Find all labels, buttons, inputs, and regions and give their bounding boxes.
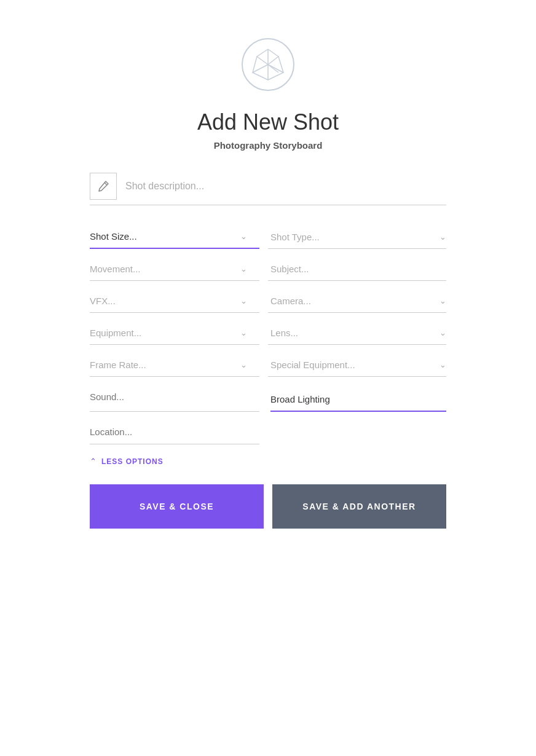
save-close-button[interactable]: SAVE & CLOSE [90,484,264,529]
lighting-input[interactable] [270,385,446,412]
chevron-down-icon: ⌄ [439,360,446,369]
lens-dropdown[interactable]: Lens... ⌄ [268,319,446,345]
less-options-label: LESS OPTIONS [101,457,164,466]
camera-dropdown[interactable]: Camera... ⌄ [268,287,446,313]
movement-label: Movement... [90,264,141,274]
lens-label: Lens... [270,328,298,338]
subject-label: Subject... [270,264,309,274]
pen-icon [97,180,109,192]
special-equipment-label: Special Equipment... [270,360,355,370]
chevron-down-icon: ⌄ [240,328,247,337]
shot-description-input[interactable] [125,181,446,192]
frame-rate-label: Frame Rate... [90,360,146,370]
less-options-row[interactable]: ⌃ LESS OPTIONS [90,444,446,472]
page-title: Add New Shot [197,109,339,135]
camera-icon [240,37,296,95]
location-input[interactable] [90,427,247,437]
chevron-down-icon: ⌄ [439,328,446,337]
movement-dropdown[interactable]: Movement... ⌄ [90,255,259,281]
form-grid: Shot Size... ⌄ Shot Type... ⌄ Movement..… [90,222,446,529]
chevron-down-icon: ⌄ [240,360,247,369]
subject-dropdown[interactable]: Subject... [268,255,446,281]
shot-type-dropdown[interactable]: Shot Type... ⌄ [268,222,446,249]
chevron-down-icon: ⌄ [240,264,247,274]
shot-type-label: Shot Type... [270,232,320,242]
buttons-row: SAVE & CLOSE SAVE & ADD ANOTHER [90,484,446,529]
save-add-button[interactable]: SAVE & ADD ANOTHER [272,484,446,529]
pen-icon-box [90,173,117,200]
page-subtitle: Photography Storyboard [214,140,323,151]
chevron-down-icon: ⌄ [439,296,446,305]
equipment-dropdown[interactable]: Equipment... ⌄ [90,319,259,345]
vfx-label: VFX... [90,296,116,306]
location-field[interactable] [90,418,259,444]
sound-input[interactable] [90,392,247,402]
vfx-dropdown[interactable]: VFX... ⌄ [90,287,259,313]
chevron-down-icon: ⌄ [240,296,247,305]
shot-size-dropdown[interactable]: Shot Size... ⌄ [90,222,259,249]
special-equipment-dropdown[interactable]: Special Equipment... ⌄ [268,351,446,377]
camera-label: Camera... [270,296,311,306]
shot-description-row [90,173,446,205]
chevron-down-icon: ⌄ [240,232,247,241]
frame-rate-dropdown[interactable]: Frame Rate... ⌄ [90,351,259,377]
chevron-down-icon: ⌄ [439,232,446,242]
empty-cell [268,418,446,444]
chevron-up-icon: ⌃ [90,457,97,466]
page-container: Add New Shot Photography Storyboard Shot… [0,0,536,756]
sound-field[interactable] [90,383,259,412]
equipment-label: Equipment... [90,328,141,338]
lighting-field[interactable] [268,383,446,412]
form-section: Shot Size... ⌄ Shot Type... ⌄ Movement..… [90,173,446,529]
shot-size-label: Shot Size... [90,231,137,242]
